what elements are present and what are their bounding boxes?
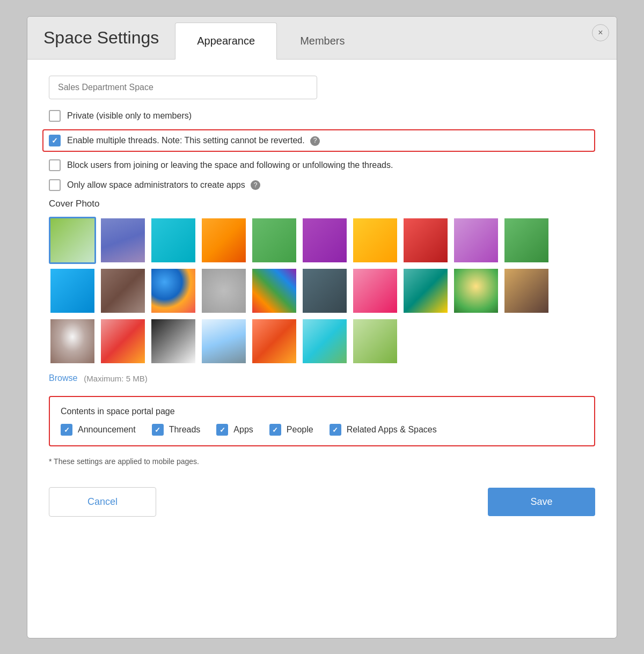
multiple-threads-help-icon[interactable]: ?	[310, 136, 320, 146]
block-users-label: Block users from joining or leaving the …	[67, 159, 393, 171]
portal-cb-threads: Threads	[152, 424, 201, 436]
space-name-input[interactable]	[49, 76, 317, 99]
cover-photo-6[interactable]	[301, 217, 348, 264]
cover-photo-8[interactable]	[402, 217, 449, 264]
portal-cb-people: People	[269, 424, 313, 436]
dialog-title: Space Settings	[27, 17, 175, 59]
private-checkbox[interactable]	[49, 110, 61, 122]
portal-cb-apps: Apps	[216, 424, 253, 436]
cover-photo-title: Cover Photo	[49, 199, 595, 209]
tab-members[interactable]: Members	[278, 23, 367, 59]
cover-photo-7[interactable]	[352, 217, 399, 264]
cover-photo-22[interactable]	[99, 318, 147, 365]
cover-photo-15[interactable]	[251, 267, 298, 314]
cover-photo-21[interactable]	[49, 318, 96, 365]
mobile-note: * These settings are applied to mobile p…	[49, 457, 595, 466]
cover-photo-4[interactable]	[200, 217, 247, 264]
cover-photo-26[interactable]	[301, 318, 348, 365]
portal-section: Contents in space portal page Announceme…	[49, 396, 595, 446]
people-checkbox[interactable]	[269, 424, 281, 436]
close-button[interactable]: ×	[592, 24, 609, 41]
cover-photo-10[interactable]	[503, 217, 550, 264]
block-users-checkbox-row: Block users from joining or leaving the …	[49, 159, 595, 171]
threads-label: Threads	[169, 425, 201, 435]
cover-photo-23[interactable]	[150, 318, 197, 365]
dialog-header: Space Settings Appearance Members ×	[27, 17, 617, 60]
multiple-threads-checkbox[interactable]	[49, 135, 61, 146]
cover-photo-11[interactable]	[49, 267, 96, 314]
cover-photos-grid	[49, 217, 595, 365]
private-checkbox-row: Private (visible only to members)	[49, 110, 595, 122]
cover-photo-9[interactable]	[452, 217, 500, 264]
apps-checkbox[interactable]	[216, 424, 228, 436]
dialog-footer: Cancel Save	[49, 482, 595, 517]
dialog-body: Private (visible only to members) Enable…	[27, 60, 617, 638]
space-settings-dialog: Space Settings Appearance Members × Priv…	[27, 16, 617, 638]
portal-cb-related-apps: Related Apps & Spaces	[330, 424, 437, 436]
cover-photo-5[interactable]	[251, 217, 298, 264]
announcement-checkbox[interactable]	[61, 424, 72, 436]
portal-section-title: Contents in space portal page	[61, 407, 583, 416]
cover-photo-20[interactable]	[503, 267, 550, 314]
browse-max-note: (Maximum: 5 MB)	[84, 374, 147, 383]
cover-photo-2[interactable]	[99, 217, 147, 264]
cover-photo-13[interactable]	[150, 267, 197, 314]
admin-apps-help-icon[interactable]: ?	[251, 180, 260, 190]
admin-apps-label: Only allow space administrators to creat…	[67, 179, 260, 191]
threads-checkbox[interactable]	[152, 424, 164, 436]
cover-photo-19[interactable]	[452, 267, 500, 314]
cover-photo-25[interactable]	[251, 318, 298, 365]
portal-checkboxes: Announcement Threads Apps People Related	[61, 424, 583, 436]
cover-photo-14[interactable]	[200, 267, 247, 314]
cancel-button[interactable]: Cancel	[49, 487, 156, 517]
cover-photo-16[interactable]	[301, 267, 348, 314]
portal-cb-announcement: Announcement	[61, 424, 136, 436]
people-label: People	[287, 425, 313, 435]
cover-photo-24[interactable]	[200, 318, 247, 365]
cover-photo-12[interactable]	[99, 267, 147, 314]
multiple-threads-checkbox-row: Enable multiple threads. Note: This sett…	[42, 129, 595, 152]
multiple-threads-label: Enable multiple threads. Note: This sett…	[67, 135, 320, 146]
browse-link[interactable]: Browse	[49, 373, 77, 383]
private-label: Private (visible only to members)	[67, 110, 192, 122]
cover-photo-27[interactable]	[352, 318, 399, 365]
tab-appearance[interactable]: Appearance	[175, 23, 277, 60]
related-apps-checkbox[interactable]	[330, 424, 341, 436]
cover-photo-17[interactable]	[352, 267, 399, 314]
tabs-container: Appearance Members	[175, 17, 617, 59]
apps-label: Apps	[233, 425, 253, 435]
block-users-checkbox[interactable]	[49, 159, 61, 171]
related-apps-label: Related Apps & Spaces	[347, 425, 437, 435]
admin-apps-checkbox-row: Only allow space administrators to creat…	[49, 179, 595, 191]
cover-photo-18[interactable]	[402, 267, 449, 314]
cover-photo-3[interactable]	[150, 217, 197, 264]
save-button[interactable]: Save	[488, 488, 595, 516]
cover-photo-1[interactable]	[49, 217, 96, 264]
announcement-label: Announcement	[78, 425, 136, 435]
admin-apps-checkbox[interactable]	[49, 179, 61, 191]
browse-row: Browse (Maximum: 5 MB)	[49, 373, 595, 383]
